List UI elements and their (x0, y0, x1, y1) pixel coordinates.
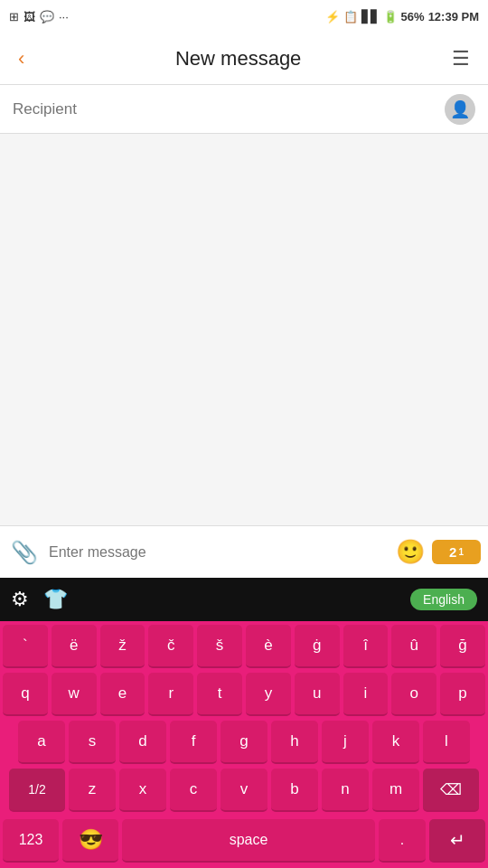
key-y[interactable]: y (246, 673, 291, 716)
key-w[interactable]: w (52, 673, 97, 716)
key-enter[interactable]: ↵ (429, 819, 485, 863)
sim-icon: 📋 (343, 10, 358, 24)
keyboard-top-bar: ⚙ 👕 English (0, 578, 488, 621)
key-u-circumflex[interactable]: û (391, 625, 436, 668)
key-g-dot[interactable]: ġ (295, 625, 340, 668)
emoji-button[interactable]: 🙂 (396, 538, 425, 566)
message-icon: 💬 (40, 10, 54, 24)
key-space[interactable]: space (122, 819, 375, 863)
top-bar: ‹ New message ☰ (0, 33, 488, 85)
key-b[interactable]: b (271, 769, 318, 812)
key-q[interactable]: q (3, 673, 48, 716)
attach-button[interactable]: 📎 (7, 536, 42, 569)
key-z[interactable]: z (69, 769, 116, 812)
status-bar: ⊞ 🖼 💬 ··· ⚡ 📋 ▋▋ 🔋 56% 12:39 PM (0, 0, 488, 33)
key-m[interactable]: m (372, 769, 419, 812)
grid-icon: ⊞ (9, 10, 19, 24)
key-shift-num[interactable]: 1/2 (9, 769, 65, 812)
keyboard-theme-icon[interactable]: 👕 (43, 588, 68, 611)
key-s[interactable]: s (69, 721, 116, 764)
keyboard-keys: ` ë ž č š è ġ î û ğ q w e r t y u i o p … (0, 621, 488, 816)
recipient-bar: 👤 (0, 85, 488, 134)
message-input-bar: 📎 🙂 21 (0, 525, 488, 578)
key-emoji[interactable]: 😎 (62, 819, 118, 863)
keyboard-settings-icon[interactable]: ⚙ (11, 588, 29, 611)
key-row-special: ` ë ž č š è ġ î û ğ (3, 625, 485, 668)
more-icon: ··· (59, 10, 69, 24)
key-d[interactable]: d (119, 721, 166, 764)
contact-picker-button[interactable]: 👤 (445, 94, 475, 125)
key-o[interactable]: o (391, 673, 436, 716)
keyboard-left-controls: ⚙ 👕 (11, 588, 68, 611)
key-l[interactable]: l (423, 721, 470, 764)
message-counter-button[interactable]: 21 (432, 540, 481, 564)
keyboard: ⚙ 👕 English ` ë ž č š è ġ î û ğ q w e r … (0, 578, 488, 868)
key-e[interactable]: e (100, 673, 145, 716)
image-icon: 🖼 (23, 10, 35, 24)
key-r[interactable]: r (148, 673, 193, 716)
key-n[interactable]: n (322, 769, 369, 812)
key-t[interactable]: t (197, 673, 242, 716)
key-v[interactable]: v (221, 769, 267, 812)
backspace-key[interactable]: ⌫ (423, 769, 479, 812)
key-a[interactable]: a (18, 721, 65, 764)
page-title: New message (175, 47, 301, 71)
key-c[interactable]: c (170, 769, 217, 812)
keyboard-bottom-row: 123 😎 space . ↵ (0, 816, 488, 868)
battery-percent: 56% (401, 10, 425, 24)
key-z-caron[interactable]: ž (100, 625, 145, 668)
key-g-breve[interactable]: ğ (440, 625, 485, 668)
key-j[interactable]: j (322, 721, 369, 764)
time: 12:39 PM (428, 10, 479, 24)
bluetooth-icon: ⚡ (325, 10, 340, 24)
key-k[interactable]: k (372, 721, 419, 764)
recipient-input[interactable] (13, 100, 445, 118)
key-g[interactable]: g (221, 721, 267, 764)
key-row-zxcv: 1/2 z x c v b n m ⌫ (3, 769, 485, 812)
key-h[interactable]: h (271, 721, 318, 764)
signal-icon: ▋▋ (361, 10, 380, 24)
counter-value: 2 (449, 544, 456, 560)
key-num-switch[interactable]: 123 (3, 819, 59, 863)
battery-icon: 🔋 (383, 10, 398, 24)
key-i-circumflex[interactable]: î (343, 625, 389, 668)
status-left-icons: ⊞ 🖼 💬 ··· (9, 10, 69, 24)
key-i[interactable]: i (343, 673, 389, 716)
language-badge[interactable]: English (410, 589, 477, 610)
contact-icon: 👤 (450, 99, 470, 119)
key-p[interactable]: p (440, 673, 485, 716)
message-body (0, 134, 488, 525)
key-e-diaeresis[interactable]: ë (52, 625, 97, 668)
key-u[interactable]: u (295, 673, 340, 716)
key-f[interactable]: f (170, 721, 217, 764)
key-c-caron[interactable]: č (148, 625, 193, 668)
counter-sub: 1 (458, 547, 464, 557)
key-s-caron[interactable]: š (197, 625, 242, 668)
key-backtick[interactable]: ` (3, 625, 48, 668)
back-button[interactable]: ‹ (13, 42, 30, 76)
menu-button[interactable]: ☰ (446, 42, 475, 76)
key-dot[interactable]: . (379, 819, 426, 863)
key-x[interactable]: x (119, 769, 166, 812)
key-row-asdf: a s d f g h j k l (3, 721, 485, 764)
key-row-qwerty: q w e r t y u i o p (3, 673, 485, 716)
key-e-grave[interactable]: è (246, 625, 291, 668)
message-input[interactable] (49, 544, 389, 561)
status-right-icons: ⚡ 📋 ▋▋ 🔋 56% 12:39 PM (325, 10, 479, 24)
